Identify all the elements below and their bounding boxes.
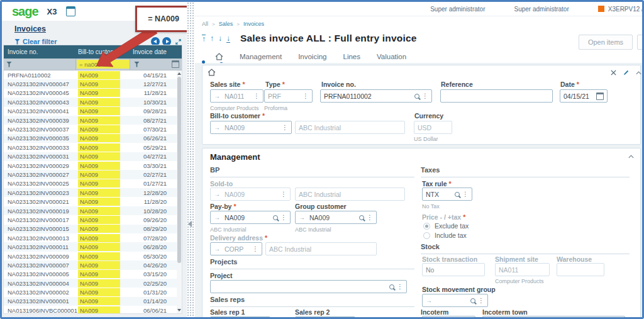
kebab-menu-icon[interactable]: ⋮ <box>282 124 288 131</box>
kebab-menu-icon[interactable]: ⋮ <box>280 214 287 221</box>
filter-cell-invoice-date[interactable] <box>130 59 182 70</box>
table-row[interactable]: NA0231302INV000011 NA009 06/28/20 <box>4 242 177 251</box>
scrollbar-thumb[interactable] <box>177 77 181 263</box>
table-row[interactable]: NA0231302INV000015 NA009 08/29/20 <box>4 225 177 233</box>
jump-arrow-icon[interactable]: → <box>214 124 220 131</box>
table-row[interactable]: NA0231302INV000004 NA009 02/25/20 <box>4 279 177 288</box>
kebab-menu-icon[interactable]: ⋮ <box>253 92 260 99</box>
table-row[interactable]: NA0231302INV000002 NA009 01/31/20 <box>4 288 177 296</box>
table-row[interactable]: NA0231302INV000035 NA009 06/26/21 <box>4 134 177 143</box>
stock-movement-group-field[interactable]: → ⋮ <box>422 294 488 307</box>
search-icon[interactable] <box>455 192 460 197</box>
table-row[interactable]: NA0131906INVBC000001 NA009 06/06/21 <box>4 306 177 313</box>
table-row[interactable]: NA0231302INV000021 NA009 11/28/20 <box>4 197 177 206</box>
kebab-menu-icon[interactable]: ⋮ <box>280 191 287 198</box>
radio-icon[interactable] <box>423 232 430 239</box>
jump-arrow-icon[interactable]: → <box>214 214 220 221</box>
tab-management[interactable]: Management <box>240 53 282 60</box>
jump-arrow-icon[interactable]: → <box>214 92 220 99</box>
table-row[interactable]: NA0231302INV000007 NA009 04/26/20 <box>4 260 177 269</box>
jump-arrow-icon[interactable]: → <box>426 297 432 304</box>
table-row[interactable]: NA0231302INV000047 NA009 12/27/21 <box>4 79 177 88</box>
column-header-invoice-no[interactable]: Invoice no. <box>4 48 76 55</box>
table-row[interactable]: NA0231302INV000037 NA009 07/30/21 <box>4 125 177 133</box>
tools-icon[interactable] <box>610 69 617 76</box>
user-menu-2[interactable]: Super administrator <box>514 6 569 13</box>
column-header-bill-to[interactable]: Bill-to customer <box>76 48 130 55</box>
kebab-menu-icon[interactable]: ⋮ <box>367 214 373 221</box>
table-row[interactable]: NA0231302INV000031 NA009 04/27/21 <box>4 152 177 161</box>
sales-rep-2-field[interactable] <box>295 316 355 317</box>
kebab-menu-icon[interactable]: ⋮ <box>478 297 484 304</box>
panel-splitter[interactable] <box>187 2 195 317</box>
edit-pencil-icon[interactable] <box>623 69 630 76</box>
table-row[interactable]: NA0231302INV000017 NA009 09/26/20 <box>4 215 177 224</box>
last-record-icon[interactable]: ↓ <box>226 35 230 43</box>
kebab-menu-icon[interactable]: ⋮ <box>397 283 403 290</box>
table-row[interactable]: PRFNA0110002 NA009 04/15/21 <box>4 70 177 79</box>
delivery-address-name-field[interactable]: ABC Industrial <box>265 242 377 255</box>
tab-lines[interactable]: Lines <box>343 53 361 60</box>
invoice-no-field[interactable]: PRFNA0110002 ⋮ <box>320 89 432 103</box>
kebab-menu-icon[interactable]: ⋮ <box>303 92 309 99</box>
kebab-menu-icon[interactable]: ⋮ <box>462 191 469 198</box>
date-field[interactable]: 04/15/21 <box>560 89 608 103</box>
breadcrumb-invoices[interactable]: Invoices <box>243 21 264 27</box>
next-record-icon[interactable]: ↓ <box>218 35 222 42</box>
collapse-section-icon[interactable] <box>635 70 642 76</box>
previous-record-icon[interactable]: ↑ <box>210 35 214 42</box>
kebab-menu-icon[interactable]: ⋮ <box>252 245 258 252</box>
filter-cell-bill-to[interactable]: = na009 <box>76 59 130 70</box>
home-section-icon[interactable] <box>208 69 216 76</box>
user-menu[interactable]: Super administrator <box>430 6 485 13</box>
jump-arrow-icon[interactable]: → <box>299 214 305 221</box>
expand-panel-icon[interactable] <box>175 38 182 45</box>
table-row[interactable]: NA0231302INV000029 NA009 03/30/21 <box>4 161 177 170</box>
collapse-section-icon[interactable] <box>628 154 635 159</box>
bill-to-customer-field[interactable]: → NA009 ⋮ <box>210 121 292 134</box>
calendar-icon[interactable] <box>66 6 75 16</box>
search-icon[interactable] <box>414 94 419 99</box>
table-row[interactable]: NA0231302INV000025 NA009 01/27/21 <box>4 179 177 188</box>
pay-by-field[interactable]: → NA009 ⋮ <box>210 211 291 224</box>
delivery-address-field[interactable]: → CORP ⋮ <box>210 242 262 255</box>
sold-to-name-field[interactable]: ABC Industrial <box>295 187 405 201</box>
warehouse-field[interactable] <box>557 263 604 276</box>
table-row[interactable]: NA0231302INV000039 NA009 08/27/21 <box>4 116 177 125</box>
type-field[interactable]: PRF ⋮ <box>264 89 313 103</box>
project-field[interactable]: ⋮ <box>210 280 407 293</box>
calendar-icon[interactable] <box>596 92 604 100</box>
sold-to-field[interactable]: → NA009 ⋮ <box>210 187 291 201</box>
breadcrumb-sales[interactable]: Sales <box>219 21 233 27</box>
search-icon[interactable] <box>359 215 364 220</box>
scroll-up-icon[interactable] <box>177 72 181 75</box>
table-row[interactable]: NA0231302INV000009 NA009 05/30/20 <box>4 252 177 260</box>
table-row[interactable]: NA0231302INV000023 NA009 12/28/20 <box>4 188 177 197</box>
currency-field[interactable]: USD <box>414 121 452 134</box>
tab-valuation[interactable]: Valuation <box>377 53 406 60</box>
tax-rule-field[interactable]: NTX ⋮ <box>422 187 472 201</box>
reference-field[interactable] <box>440 89 553 103</box>
endpoint-selector[interactable]: X3ERPV12 / SE <box>598 6 642 13</box>
tab-home[interactable] <box>215 53 223 60</box>
table-row[interactable]: NA0231302INV000043 NA009 10/30/21 <box>4 98 177 106</box>
sales-site-field[interactable]: → NA011 ⋮ <box>210 89 264 103</box>
table-row[interactable]: NA0231302INV000005 NA009 03/15/20 <box>4 270 177 279</box>
group-customer-field[interactable]: → NA009 ⋮ <box>295 211 377 224</box>
bill-to-name-field[interactable]: ABC Industrial <box>295 121 405 134</box>
table-row[interactable]: NA0231302INV000041 NA009 09/28/21 <box>4 107 177 116</box>
jump-arrow-icon[interactable]: → <box>214 245 220 252</box>
table-row[interactable]: NA0231302INV000019 NA009 10/28/20 <box>4 206 177 215</box>
exclude-tax-radio[interactable]: Exclude tax <box>423 222 469 230</box>
radio-icon[interactable] <box>423 223 430 230</box>
include-tax-radio[interactable]: Include tax <box>423 232 467 239</box>
table-row[interactable]: NA0231302INV000045 NA009 11/28/21 <box>4 89 177 98</box>
search-icon[interactable] <box>470 298 475 303</box>
collapse-panel-icon[interactable] <box>188 221 192 227</box>
filter-cell-invoice-no[interactable] <box>4 59 76 70</box>
table-row[interactable]: NA0231302INV000027 NA009 02/27/21 <box>4 170 177 179</box>
search-icon[interactable] <box>389 284 394 289</box>
tab-invoicing[interactable]: Invoicing <box>298 53 326 60</box>
table-row[interactable]: NA0231302INV000001 NA009 01/14/20 <box>4 297 177 306</box>
table-row[interactable]: NA0231302INV000013 NA009 07/28/20 <box>4 233 177 242</box>
